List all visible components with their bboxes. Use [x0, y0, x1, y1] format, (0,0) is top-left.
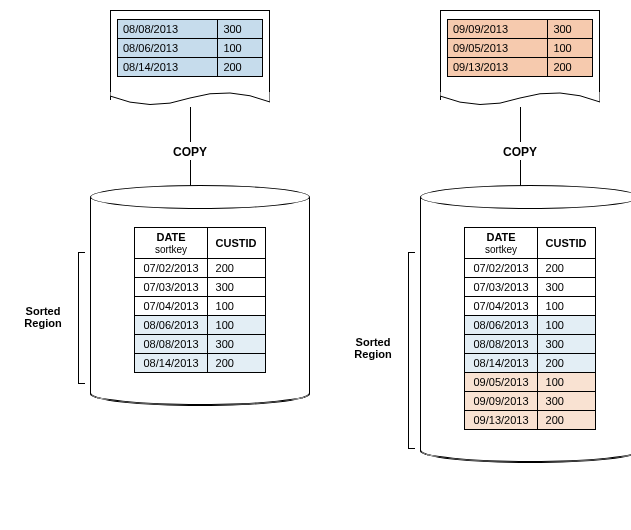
- table-row: 08/06/2013100: [135, 316, 265, 335]
- table-row: 09/13/2013200: [448, 58, 593, 77]
- table-row: 09/09/2013300: [448, 20, 593, 39]
- date-header: DATEsortkey: [465, 228, 537, 259]
- sorted-region-label-right: SortedRegion: [348, 336, 398, 360]
- table-row: 07/02/2013200: [465, 259, 595, 278]
- cylinder-left: DATEsortkey CUSTID 07/02/2013200 07/03/2…: [90, 185, 310, 405]
- input-table-left: 08/08/2013300 08/06/2013100 08/14/201320…: [117, 19, 263, 77]
- table-row: 08/14/2013200: [118, 58, 263, 77]
- table-row: 07/02/2013200: [135, 259, 265, 278]
- table-row: 08/14/2013200: [135, 354, 265, 373]
- table-row: 08/08/2013300: [135, 335, 265, 354]
- table-row: 07/04/2013100: [135, 297, 265, 316]
- custid-header: CUSTID: [537, 228, 595, 259]
- table-header-row: DATEsortkey CUSTID: [135, 228, 265, 259]
- table-row: 09/05/2013100: [448, 39, 593, 58]
- input-page-left: 08/08/2013300 08/06/2013100 08/14/201320…: [110, 10, 270, 100]
- connector-line: [190, 107, 191, 142]
- table-row: 07/03/2013300: [465, 278, 595, 297]
- table-row: 07/04/2013100: [465, 297, 595, 316]
- cylinder-top-icon: [420, 185, 631, 209]
- cylinder-right: DATEsortkey CUSTID 07/02/2013200 07/03/2…: [420, 185, 631, 462]
- connector-line: [520, 160, 521, 188]
- table-row: 08/06/2013100: [118, 39, 263, 58]
- table-row: 07/03/2013300: [135, 278, 265, 297]
- sorted-region-bracket-left: [78, 252, 85, 384]
- cylinder-top-icon: [90, 185, 310, 209]
- table-row: 09/13/2013200: [465, 411, 595, 430]
- cylinder-body: DATEsortkey CUSTID 07/02/2013200 07/03/2…: [420, 197, 631, 450]
- table-row: 09/05/2013100: [465, 373, 595, 392]
- cylinder-table-left: DATEsortkey CUSTID 07/02/2013200 07/03/2…: [134, 227, 265, 373]
- copy-label: COPY: [90, 145, 290, 159]
- cylinder-body: DATEsortkey CUSTID 07/02/2013200 07/03/2…: [90, 197, 310, 393]
- table-row: 08/06/2013100: [465, 316, 595, 335]
- cylinder-table-right: DATEsortkey CUSTID 07/02/2013200 07/03/2…: [464, 227, 595, 430]
- table-row: 09/09/2013300: [465, 392, 595, 411]
- input-table-right: 09/09/2013300 09/05/2013100 09/13/201320…: [447, 19, 593, 77]
- sorted-region-label-left: SortedRegion: [18, 305, 68, 329]
- table-header-row: DATEsortkey CUSTID: [465, 228, 595, 259]
- input-page-right: 09/09/2013300 09/05/2013100 09/13/201320…: [440, 10, 600, 100]
- table-row: 08/14/2013200: [465, 354, 595, 373]
- date-header: DATEsortkey: [135, 228, 207, 259]
- sorted-region-bracket-right: [408, 252, 415, 449]
- connector-line: [520, 107, 521, 142]
- connector-line: [190, 160, 191, 188]
- custid-header: CUSTID: [207, 228, 265, 259]
- table-row: 08/08/2013300: [465, 335, 595, 354]
- table-row: 08/08/2013300: [118, 20, 263, 39]
- copy-label: COPY: [420, 145, 620, 159]
